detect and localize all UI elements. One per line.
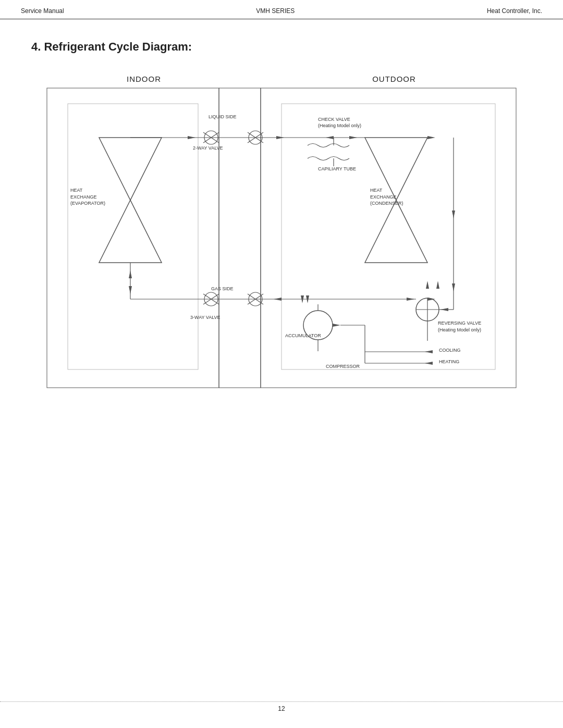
cooling-label: COOLING (439, 348, 461, 354)
heating-label: HEATING (439, 359, 459, 365)
svg-marker-59 (436, 281, 439, 289)
three-way-valve-label: 3-WAY VALVE (190, 315, 221, 321)
svg-marker-20 (188, 136, 195, 139)
accumulator-label: ACCUMULATOR (285, 333, 321, 339)
svg-marker-26 (427, 136, 435, 139)
header-left: Service Manual (21, 7, 64, 15)
svg-marker-49 (452, 283, 455, 291)
svg-marker-31 (129, 270, 132, 278)
compressor-label: COMPRESSOR (326, 364, 360, 370)
indoor-label: INDOOR (31, 75, 256, 83)
svg-rect-0 (47, 88, 219, 388)
check-valve-label: CHECK VALVE (318, 117, 350, 123)
svg-rect-2 (261, 88, 516, 388)
svg-marker-32 (129, 286, 132, 294)
liquid-side-label: LIQUID SIDE (209, 114, 237, 120)
diagram-area: LIQUID SIDE 2-WAY VALVE CHECK VALVE (Hea… (42, 85, 521, 409)
svg-marker-45 (333, 324, 340, 327)
reversing-valve-label: REVERSING VALVE (Heating Model only) (438, 320, 481, 333)
two-way-valve-label: 2-WAY VALVE (193, 145, 223, 152)
svg-marker-56 (440, 308, 448, 311)
outdoor-label: OUTDOOR (256, 75, 532, 83)
page-header: Service Manual VMH SERIES Heat Controlle… (0, 0, 563, 19)
svg-marker-22 (326, 136, 334, 139)
check-valve-sub-label: (Heating Model only) (318, 123, 361, 129)
svg-rect-1 (68, 104, 198, 369)
page-footer: 12 (0, 701, 563, 712)
page-number: 12 (278, 705, 285, 712)
heat-exchange-evap-label: HEAT EXCHANGE (EVAPORATOR) (70, 187, 105, 207)
svg-marker-28 (452, 211, 455, 218)
svg-marker-8 (99, 138, 162, 200)
svg-marker-21 (276, 136, 284, 139)
header-center: VMH SERIES (256, 7, 295, 15)
svg-marker-9 (99, 200, 162, 263)
section-labels: INDOOR OUTDOOR (31, 75, 532, 83)
section-title: 4. Refrigerant Cycle Diagram: (31, 40, 532, 54)
header-right: Heat Controller, Inc. (487, 7, 542, 15)
heat-exchange-cond-label: HEAT EXCHANGE (CONDENSER) (370, 187, 403, 207)
svg-marker-58 (426, 281, 429, 289)
page-content: 4. Refrigerant Cycle Diagram: INDOOR OUT… (0, 19, 563, 440)
svg-marker-39 (274, 298, 282, 301)
capiliary-tube-label: CAPILIARY TUBE (318, 166, 356, 172)
svg-marker-11 (365, 200, 427, 263)
svg-marker-54 (407, 298, 414, 301)
diagram-wrapper: LIQUID SIDE 2-WAY VALVE CHECK VALVE (Hea… (42, 85, 521, 409)
gas-side-label: GAS SIDE (211, 286, 234, 292)
footer-divider (0, 701, 563, 702)
svg-marker-23 (349, 136, 357, 139)
